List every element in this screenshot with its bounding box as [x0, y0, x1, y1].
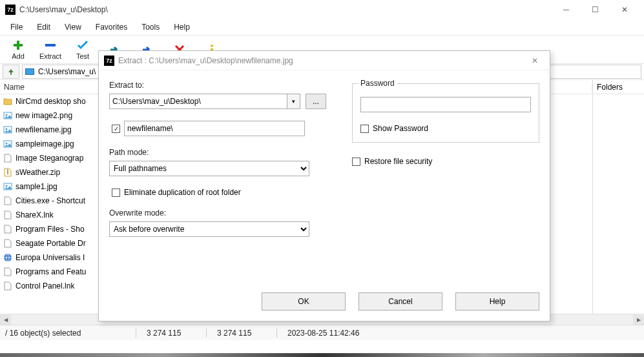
dialog-app-icon: 7z	[104, 56, 114, 66]
file-icon	[3, 196, 13, 206]
file-icon	[3, 281, 13, 291]
path-mode-select[interactable]: Full pathnames	[109, 161, 309, 176]
image-icon	[3, 125, 13, 135]
app-icon: 7z	[5, 5, 16, 15]
window-title: C:\Users\mav_u\Desktop\	[19, 5, 552, 14]
file-icon	[3, 224, 13, 234]
globe-icon	[3, 252, 13, 263]
file-icon	[3, 210, 13, 220]
toolbar-add-label: Add	[12, 52, 25, 60]
file-icon	[3, 238, 13, 249]
toolbar-extract[interactable]: Extract	[35, 39, 66, 60]
extract-to-label: Extract to:	[109, 81, 326, 90]
ok-button[interactable]: OK	[262, 292, 346, 311]
svg-rect-0	[45, 44, 56, 46]
file-name: Programs and Featu	[16, 267, 86, 276]
menu-favorites[interactable]: Favorites	[89, 21, 134, 34]
dialog-title: Extract : C:\Users\mav_u\Desktop\newfile…	[118, 56, 525, 65]
help-button[interactable]: Help	[455, 292, 539, 311]
file-name: sWeather.zip	[16, 168, 60, 177]
toolbar-add[interactable]: Add	[3, 39, 34, 60]
file-name: Program Files - Sho	[16, 225, 85, 234]
image-icon	[3, 139, 13, 149]
file-name: Europa Universalis I	[16, 253, 85, 262]
toolbar-test[interactable]: Test	[67, 39, 98, 60]
svg-point-11	[6, 185, 8, 187]
toolbar-test-label: Test	[76, 52, 89, 60]
monitor-icon	[25, 68, 34, 75]
extract-to-dropdown[interactable]: ▾	[287, 94, 300, 109]
svg-point-1	[211, 45, 213, 47]
password-label: Password	[358, 79, 397, 88]
browse-button[interactable]: ...	[306, 94, 326, 109]
subfolder-checkbox[interactable]	[112, 125, 120, 133]
show-password-label: Show Password	[373, 124, 428, 133]
restore-security-label: Restore file security	[364, 157, 432, 166]
svg-point-4	[6, 114, 8, 116]
file-name: sampleimage.jpg	[16, 139, 74, 148]
check-icon	[77, 39, 88, 52]
status-size2: 3 274 115	[212, 329, 276, 338]
status-selection: / 16 object(s) selected	[0, 329, 136, 338]
cancel-button[interactable]: Cancel	[358, 292, 442, 311]
maximize-button[interactable]: ☐	[581, 0, 610, 19]
menu-view[interactable]: View	[58, 21, 88, 34]
file-icon	[3, 267, 13, 277]
menu-file[interactable]: File	[4, 21, 29, 34]
file-name: Seagate Portable Dr	[16, 239, 86, 248]
image-icon	[3, 110, 13, 121]
file-name: NirCmd desktop sho	[16, 97, 86, 106]
status-size1: 3 274 115	[141, 329, 206, 338]
path-text: C:\Users\mav_u\	[38, 67, 96, 76]
eliminate-label: Eliminate duplication of root folder	[124, 188, 241, 197]
menu-edit[interactable]: Edit	[30, 21, 57, 34]
file-name: ShareX.lnk	[16, 210, 54, 219]
subfolder-input[interactable]	[124, 121, 305, 136]
plus-icon	[12, 39, 24, 52]
password-input[interactable]	[360, 97, 531, 112]
folders-header[interactable]: Folders	[593, 80, 644, 94]
file-name: newfilename.jpg	[16, 125, 72, 134]
taskbar-strip	[0, 353, 644, 357]
svg-point-8	[6, 143, 8, 145]
zip-icon	[3, 167, 13, 178]
up-button[interactable]	[3, 65, 19, 79]
file-icon	[3, 153, 13, 163]
extract-to-input[interactable]	[109, 94, 287, 109]
show-password-checkbox[interactable]	[360, 125, 369, 133]
extract-dialog: 7z Extract : C:\Users\mav_u\Desktop\newf…	[98, 50, 550, 321]
path-mode-label: Path mode:	[109, 148, 326, 157]
status-date: 2023-08-25 11:42:46	[282, 329, 364, 338]
minus-icon	[45, 39, 56, 52]
overwrite-label: Overwrite mode:	[109, 209, 326, 218]
svg-rect-9	[7, 169, 8, 174]
file-name: Control Panel.lnk	[16, 281, 74, 291]
menu-help[interactable]: Help	[167, 21, 196, 34]
close-button[interactable]: ✕	[610, 0, 639, 19]
dialog-close-button[interactable]: ✕	[525, 56, 545, 65]
scroll-left-button[interactable]: ◀	[0, 315, 11, 325]
minimize-button[interactable]: ─	[552, 0, 581, 19]
eliminate-checkbox[interactable]	[112, 189, 120, 197]
file-name: Cities.exe - Shortcut	[16, 196, 85, 205]
menubar: File Edit View Favorites Tools Help	[0, 19, 644, 35]
svg-point-6	[6, 128, 8, 130]
toolbar-extract-label: Extract	[39, 52, 61, 60]
file-name: sample1.jpg	[16, 182, 57, 191]
restore-security-checkbox[interactable]	[352, 158, 360, 166]
scroll-right-button[interactable]: ▶	[633, 315, 644, 325]
overwrite-select[interactable]: Ask before overwrite	[109, 221, 309, 237]
file-name: Image Steganograp	[16, 154, 83, 163]
file-name: new image2.png	[16, 111, 72, 120]
menu-tools[interactable]: Tools	[135, 21, 166, 34]
folder-icon	[3, 96, 13, 107]
image-icon	[3, 181, 13, 192]
